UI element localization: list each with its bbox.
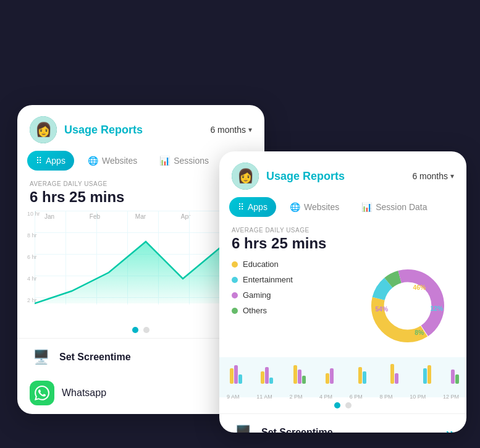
legend-item-others: Others [232,306,354,315]
svg-rect-0 [230,368,234,384]
tab-apps-label-back: Apps [46,156,65,166]
svg-rect-1 [234,365,238,384]
donut-chart-front: 46% 12% 8% 54% [361,260,454,352]
bar-chart-icon-front: 📊 [361,202,372,212]
bar-chart-front: 9 AM 11 AM 2 PM 4 PM 6 PM 8 PM 10 PM 12 … [219,357,466,397]
grid-icon-back: ⠿ [36,156,42,166]
screentime-icon-back: 🖥️ [30,346,52,368]
avatar-back: 👩 [30,116,57,143]
card-front: 👩 Usage Reports 6 months ▾ ⠿ Apps 🌐 Webs… [219,151,466,433]
bar-chart-svg [227,362,459,390]
legend-label-entertainment: Entertainment [243,275,293,284]
card-back-title: Usage Reports [64,124,210,137]
stats-front: AVERAGE DAILY USAGE 6 hrs 25 mins [219,224,466,257]
donut-label-12: 12% [431,305,444,312]
screentime-section-front[interactable]: 🖥️ Set Screentime ›› [219,413,466,433]
card-back-header: 👩 Usage Reports 6 months ▾ [17,105,264,151]
card-front-title: Usage Reports [266,170,412,183]
legend-dot-gaming [232,292,238,298]
legend-label-gaming: Gaming [243,290,271,300]
chevron-right-icon-front: ›› [446,426,454,433]
svg-rect-11 [358,367,362,384]
content-row-front: Education Entertainment Gaming Others [219,257,466,357]
tab-apps-label-front: Apps [248,202,267,212]
svg-rect-16 [427,365,431,384]
svg-rect-10 [330,368,334,384]
svg-rect-9 [326,373,329,384]
avatar-img-front: 👩 [232,163,259,190]
svg-rect-7 [298,370,301,384]
svg-rect-17 [451,370,455,384]
bar-chart-x-labels: 9 AM 11 AM 2 PM 4 PM 6 PM 8 PM 10 PM 12 … [227,392,459,400]
svg-rect-15 [423,368,427,384]
donut-label-54: 54% [376,306,389,313]
period-label-front: 6 months [412,171,448,181]
tab-session-label-front: Session Data [376,202,427,212]
tab-websites-label-front: Websites [304,202,339,212]
svg-rect-4 [265,367,269,384]
stats-label-front: AVERAGE DAILY USAGE [232,227,454,234]
tab-session-data-front[interactable]: 📊 Session Data [353,197,436,217]
avatar-front: 👩 [232,163,259,190]
chevron-down-icon-front: ▾ [450,172,454,180]
tab-apps-back[interactable]: ⠿ Apps [27,151,74,171]
period-selector-front[interactable]: 6 months ▾ [412,171,454,181]
dot-inactive-front [345,402,352,408]
tab-sessions-back[interactable]: 📊 Sessions [151,151,217,171]
legend-label-others: Others [243,306,267,315]
svg-rect-18 [455,374,459,384]
legend-item-education: Education [232,260,354,269]
svg-rect-13 [390,364,394,384]
card-front-header: 👩 Usage Reports 6 months ▾ [219,151,466,197]
legend-dot-others [232,308,238,314]
donut-label-46: 46% [413,284,426,291]
tab-apps-front[interactable]: ⠿ Apps [229,197,276,217]
legend-dot-education [232,261,238,268]
screentime-label-front: Set Screentime [261,427,439,433]
legend-label-education: Education [243,260,279,269]
chevron-down-icon-back: ▾ [248,125,252,134]
globe-icon-front: 🌐 [290,202,300,212]
donut-svg: 46% 12% 8% 54% [361,260,454,352]
globe-icon-back: 🌐 [88,156,98,166]
svg-rect-12 [363,371,366,384]
bar-chart-icon-back: 📊 [159,156,170,166]
svg-rect-5 [269,378,273,384]
grid-icon-front: ⠿ [238,202,244,212]
screentime-icon-front: 🖥️ [232,421,254,433]
tab-websites-back[interactable]: 🌐 Websites [79,151,146,171]
donut-label-8: 8% [415,329,424,336]
whatsapp-label-back: Whatsapp [62,387,106,399]
avatar-img-back: 👩 [30,116,57,143]
tabs-front: ⠿ Apps 🌐 Websites 📊 Session Data [219,197,466,224]
stats-value-back: 6 hrs 25 mins [30,188,252,206]
period-label-back: 6 months [210,125,246,135]
tab-websites-front[interactable]: 🌐 Websites [281,197,348,217]
period-selector-back[interactable]: 6 months ▾ [210,125,252,135]
stats-label-back: AVERAGE DAILY USAGE [30,180,252,187]
tab-websites-label-back: Websites [102,156,137,166]
svg-rect-2 [238,374,242,384]
whatsapp-icon-back [30,381,54,405]
dot-active-back [132,327,138,333]
legend-item-gaming: Gaming [232,290,354,300]
tab-sessions-label-back: Sessions [174,156,209,166]
stats-value-front: 6 hrs 25 mins [232,235,454,252]
legend-item-entertainment: Entertainment [232,275,354,284]
svg-rect-8 [302,376,306,384]
dot-inactive-back [143,327,149,333]
svg-rect-3 [261,371,264,384]
svg-rect-14 [395,373,398,384]
legend-dot-entertainment [232,277,238,283]
dot-active-front [334,402,340,408]
svg-rect-6 [293,365,297,384]
legend-front: Education Entertainment Gaming Others [232,260,354,321]
